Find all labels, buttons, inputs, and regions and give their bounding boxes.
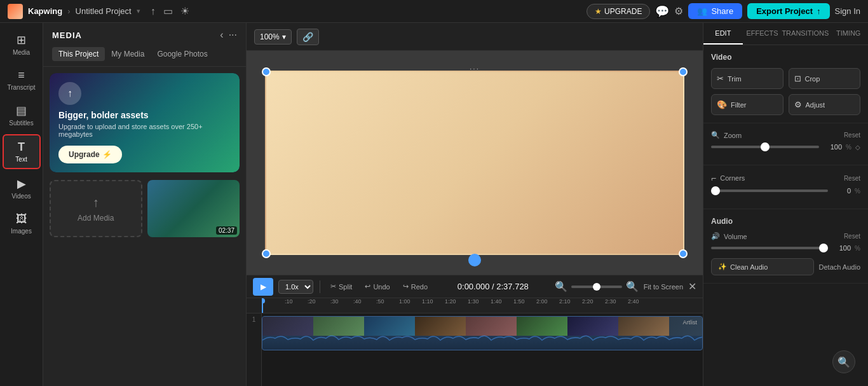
- comment-icon[interactable]: 💬: [655, 4, 669, 18]
- topbar-action-icons: ↑ ▭ ☀: [148, 3, 192, 20]
- media-panel-header: MEDIA ‹ ···: [43, 23, 246, 47]
- track-clip[interactable]: Artlist: [262, 316, 703, 350]
- redo-icon: ↪: [403, 282, 409, 291]
- upgrade-card-desc: Upgrade to upload and store assets over …: [58, 123, 231, 138]
- search-bottom-button[interactable]: 🔍: [832, 350, 855, 373]
- media-tabs: This Project My Media Google Photos: [43, 47, 246, 67]
- adjust-button[interactable]: ⚙ Adjust: [789, 94, 861, 115]
- corners-slider[interactable]: [711, 190, 828, 192]
- volume-slider[interactable]: [711, 247, 828, 249]
- tab-google-photos[interactable]: Google Photos: [151, 47, 214, 61]
- timeline-zoom-slider[interactable]: [571, 286, 622, 288]
- tab-edit[interactable]: EDIT: [703, 23, 743, 45]
- volume-icon: 🔊: [711, 232, 720, 240]
- corners-slider-container: 0 %: [711, 187, 860, 195]
- redo-button[interactable]: ↪ Redo: [399, 280, 431, 293]
- ruler-mark-14: 2:20: [582, 298, 593, 305]
- zoom-reset-button[interactable]: Reset: [844, 132, 860, 139]
- project-chevron-icon[interactable]: ▾: [137, 7, 140, 15]
- ruler-mark-16: 2:40: [628, 298, 639, 305]
- sidebar-item-subtitles[interactable]: ▤ Subtitles: [3, 99, 41, 132]
- project-name[interactable]: Untitled Project: [76, 6, 132, 16]
- link-button[interactable]: 🔗: [297, 29, 319, 45]
- canvas-preview[interactable]: ···: [265, 71, 684, 255]
- search-icon: 🔍: [837, 356, 850, 368]
- undo-button[interactable]: ↩ Undo: [361, 280, 393, 293]
- text-icon: T: [18, 141, 25, 154]
- corners-icon: ⌐: [711, 173, 716, 183]
- zoom-slider[interactable]: [711, 146, 819, 148]
- signin-button[interactable]: Sign In: [835, 6, 860, 16]
- ruler-mark-9: 1:30: [468, 298, 479, 305]
- zoom-selector[interactable]: 100% ▾: [254, 29, 292, 45]
- zoom-slider-container: 100 % ◇: [711, 143, 860, 151]
- add-media-button[interactable]: ↑ Add Media: [50, 180, 142, 237]
- corner-handle-tl[interactable]: [262, 67, 271, 76]
- theme-icon[interactable]: ☀: [178, 3, 192, 20]
- corners-reset-button[interactable]: Reset: [844, 175, 860, 182]
- adjust-icon: ⚙: [794, 100, 802, 109]
- media-panel: MEDIA ‹ ··· This Project My Media Google…: [43, 23, 247, 386]
- volume-reset-button[interactable]: Reset: [844, 233, 860, 240]
- play-button[interactable]: ▶: [253, 278, 273, 296]
- tab-timing[interactable]: TIMING: [829, 23, 868, 45]
- track-header: 1: [247, 314, 262, 386]
- upgrade-card-button[interactable]: Upgrade ⚡: [58, 146, 122, 163]
- export-button[interactable]: Export Project ↑: [747, 3, 829, 19]
- filter-button[interactable]: 🎨 Filter: [711, 94, 783, 115]
- zoom-percent: %: [846, 144, 851, 151]
- zoom-in-icon[interactable]: 🔍: [626, 280, 639, 293]
- corners-percent: %: [855, 188, 860, 195]
- tab-this-project[interactable]: This Project: [52, 47, 105, 61]
- share-button[interactable]: 👥 Share: [688, 3, 742, 19]
- settings-icon[interactable]: ⚙: [674, 5, 683, 17]
- close-timeline-button[interactable]: ✕: [688, 280, 696, 293]
- crop-button[interactable]: ⊡ Crop: [789, 68, 861, 89]
- zoom-out-icon[interactable]: 🔍: [555, 280, 567, 293]
- upgrade-button[interactable]: ★ UPGRADE: [587, 4, 650, 19]
- videos-icon: ▶: [17, 177, 26, 191]
- corner-handle-br[interactable]: [679, 249, 688, 258]
- tab-my-media[interactable]: My Media: [105, 47, 151, 61]
- preview-icon[interactable]: ▭: [161, 3, 175, 20]
- canvas-toolbar: 100% ▾ 🔗: [247, 23, 703, 51]
- undo-icon: ↩: [365, 282, 370, 291]
- tab-transitions[interactable]: TRANSITIONS: [782, 23, 829, 45]
- center-handle[interactable]: [468, 254, 481, 266]
- ruler-mark-12: 2:00: [536, 298, 548, 305]
- media-thumbnail[interactable]: 02:37: [147, 180, 240, 237]
- clean-audio-button[interactable]: ✨ Clean Audio: [711, 258, 814, 275]
- zoom-keyframe-icon[interactable]: ◇: [855, 144, 860, 151]
- corner-handle-tr[interactable]: [679, 67, 688, 76]
- sidebar-item-text[interactable]: T Text: [3, 134, 41, 169]
- corner-handle-bl[interactable]: [262, 249, 271, 258]
- sidebar-item-transcript[interactable]: ≡ Transcript: [3, 64, 41, 96]
- media-panel-title: MEDIA: [52, 31, 82, 40]
- ruler-mark-11: 1:50: [513, 298, 525, 305]
- speed-selector[interactable]: 1.0x: [278, 280, 313, 294]
- media-content: ↑ Bigger, bolder assets Upgrade to uploa…: [43, 67, 246, 386]
- media-options-button[interactable]: ···: [229, 29, 237, 41]
- playhead: [262, 298, 263, 313]
- upload-icon[interactable]: ↑: [148, 3, 158, 20]
- kapwing-logo: [8, 4, 23, 19]
- ruler-mark-7: 1:10: [422, 298, 433, 305]
- trim-button[interactable]: ✂ Trim: [711, 68, 783, 89]
- corners-slider-row: ⌐ Corners Reset: [711, 173, 860, 183]
- split-button[interactable]: ✂ Split: [327, 280, 356, 293]
- sidebar-item-images[interactable]: 🖼 Images: [3, 207, 41, 240]
- audio-section: Audio 🔊 Volume Reset 100 % ✨ Clean Audio…: [703, 209, 868, 284]
- topbar: Kapwing › Untitled Project ▾ ↑ ▭ ☀ ★ UPG…: [0, 0, 868, 23]
- toolbar-divider-1: [320, 280, 320, 293]
- detach-audio-button[interactable]: Detach Audio: [819, 263, 860, 271]
- timeline-zoom-controls: 🔍 🔍: [555, 280, 639, 293]
- fit-to-screen-button[interactable]: Fit to Screen: [644, 283, 683, 291]
- collapse-panel-button[interactable]: ‹: [220, 29, 223, 41]
- sidebar-item-media[interactable]: ⊞ Media: [3, 28, 41, 61]
- breadcrumb-sep: ›: [67, 6, 70, 16]
- timeline-toolbar: ▶ 1.0x ✂ Split ↩ Undo ↪ Redo 0:00.000 / …: [247, 275, 703, 298]
- sidebar-item-videos[interactable]: ▶ Videos: [3, 172, 41, 205]
- volume-percent: %: [855, 245, 860, 252]
- ruler-mark-15: 2:30: [605, 298, 616, 305]
- tab-effects[interactable]: EFFECTS: [743, 23, 782, 45]
